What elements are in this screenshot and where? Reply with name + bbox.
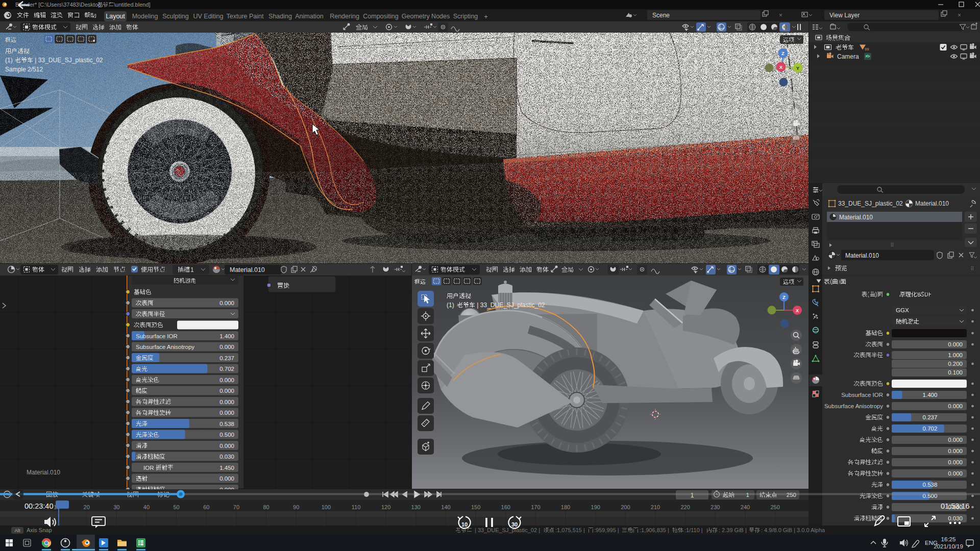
svg-text:0.000: 0.000 [219,443,234,449]
svg-text:Material.010: Material.010 [915,200,949,207]
svg-text::1,075,515 |: :1,075,515 | [555,527,586,533]
svg-text:GGX: GGX [896,307,909,313]
svg-text:60: 60 [203,504,209,510]
svg-text:Material.010: Material.010 [839,214,873,221]
svg-text:33_DUE_SJ_plastic_02: 33_DUE_SJ_plastic_02 [838,200,903,207]
svg-text:110: 110 [352,504,361,510]
svg-text:0.000: 0.000 [948,341,963,347]
svg-text:0.000: 0.000 [219,399,234,405]
svg-text:99: 99 [865,47,869,52]
svg-text:Scripting: Scripting [453,13,478,20]
svg-text:UV Editing: UV Editing [193,13,223,20]
svg-text:Subsurface IOR: Subsurface IOR [136,333,178,339]
svg-text:00:23:40: 00:23:40 [24,502,53,510]
svg-text:0.000: 0.000 [948,448,963,454]
svg-text:0.000: 0.000 [219,344,234,350]
svg-text:⠿: ⠿ [970,266,974,271]
svg-text:220: 220 [680,504,690,510]
svg-text:Scene: Scene [652,12,670,19]
svg-text:2021/10/19: 2021/10/19 [934,543,963,549]
svg-text:View Layer: View Layer [829,12,860,19]
svg-text:0.500: 0.500 [219,432,234,438]
svg-text:230: 230 [710,504,720,510]
svg-text:×: × [779,12,782,19]
svg-text:200: 200 [621,504,630,510]
svg-text:0.000: 0.000 [948,437,963,443]
svg-text:Rendering: Rendering [330,13,359,20]
svg-text:0.030: 0.030 [219,454,234,460]
svg-text:\untitled.blend]: \untitled.blend] [114,2,151,8]
svg-text:160: 160 [501,504,510,510]
svg-text:240: 240 [741,504,750,510]
svg-text:Material.010: Material.010 [230,266,265,273]
svg-text:0.538: 0.538 [923,482,938,488]
svg-text:: 2.39 GiB |: : 2.39 GiB | [719,527,748,533]
svg-text:30: 30 [113,504,119,510]
svg-text:Animation: Animation [295,13,324,20]
svg-text:Sculpting: Sculpting [162,13,188,20]
svg-text:Layout: Layout [106,13,125,20]
svg-text:30: 30 [511,521,518,528]
svg-text:1.400: 1.400 [923,392,938,398]
svg-text:Texture Paint: Texture Paint [227,13,264,20]
svg-text:0.538: 0.538 [219,421,234,427]
svg-text:Subsurface Anisotropy: Subsurface Anisotropy [136,344,194,350]
svg-text:180: 180 [561,504,570,510]
svg-text:⠿: ⠿ [890,242,894,248]
svg-text:16:25: 16:25 [941,536,956,542]
svg-text:0.702: 0.702 [219,366,234,372]
svg-text:Axis Snap: Axis Snap [27,527,52,533]
svg-text:0.000: 0.000 [948,459,963,465]
svg-text:120: 120 [381,504,390,510]
svg-text:10: 10 [461,521,468,528]
svg-text:: 4.9/8.0 GiB | 3.0.0 Alpha: : 4.9/8.0 GiB | 3.0.0 Alpha [761,527,825,533]
svg-text:170: 170 [531,504,540,510]
svg-text:0.000: 0.000 [219,300,234,306]
svg-text:100: 100 [322,504,331,510]
svg-text:0.000: 0.000 [219,410,234,416]
svg-text:| 33_DUE_SJ_plastic_02: | 33_DUE_SJ_plastic_02 [475,302,545,309]
svg-text:Y: Y [796,65,800,71]
svg-text:0.000: 0.000 [948,403,963,409]
svg-text:130: 130 [411,504,421,510]
svg-text:1.000: 1.000 [948,352,963,358]
svg-text:Material.010: Material.010 [27,469,60,476]
svg-text:0.100: 0.100 [948,369,963,375]
svg-text:1.450: 1.450 [219,465,234,471]
svg-text:Z: Z [781,51,785,56]
svg-text:20: 20 [84,504,90,510]
svg-text:| 33_DUE_SJ_plastic_02 |: | 33_DUE_SJ_plastic_02 | [475,527,542,533]
svg-text:| 33_DUE_SJ_plastic_02: | 33_DUE_SJ_plastic_02 [33,57,103,64]
svg-text::1/110 |: :1/110 | [684,527,704,533]
svg-text:01:53:16: 01:53:16 [941,502,969,510]
svg-text:50: 50 [173,504,179,510]
svg-text:(1): (1) [447,302,456,309]
svg-text:Material.010: Material.010 [845,252,879,259]
svg-text:(1): (1) [5,57,14,64]
svg-text:Modeling: Modeling [132,13,158,20]
svg-text:Compositing: Compositing [363,13,399,20]
svg-text:Shading: Shading [268,13,292,20]
svg-text:0.000: 0.000 [219,475,234,482]
svg-text:+: + [484,13,488,20]
svg-text:0.702: 0.702 [923,425,938,432]
svg-text:150: 150 [471,504,480,510]
svg-text:X: X [779,64,783,70]
svg-text:0.237: 0.237 [923,414,938,420]
svg-text:X: X [796,308,799,313]
svg-text:Geometry Nodes: Geometry Nodes [402,13,450,20]
svg-text:250: 250 [770,504,779,510]
svg-text:140: 140 [441,504,450,510]
svg-text:Subsurface Anisotropy: Subsurface Anisotropy [824,403,883,409]
svg-text:Subsurface IOR: Subsurface IOR [841,392,883,398]
svg-text:0.000: 0.000 [219,388,234,394]
svg-text:Alt: Alt [14,528,20,533]
svg-text:210: 210 [651,504,660,510]
svg-text::1,906,835 |: :1,906,835 | [640,527,671,533]
svg-text:70: 70 [233,504,239,510]
svg-text:190: 190 [591,504,600,510]
svg-text:0.000: 0.000 [948,470,963,477]
svg-text:90: 90 [293,504,299,510]
svg-text:Z: Z [782,295,786,300]
svg-text::959,995 |: :959,995 | [594,527,621,533]
